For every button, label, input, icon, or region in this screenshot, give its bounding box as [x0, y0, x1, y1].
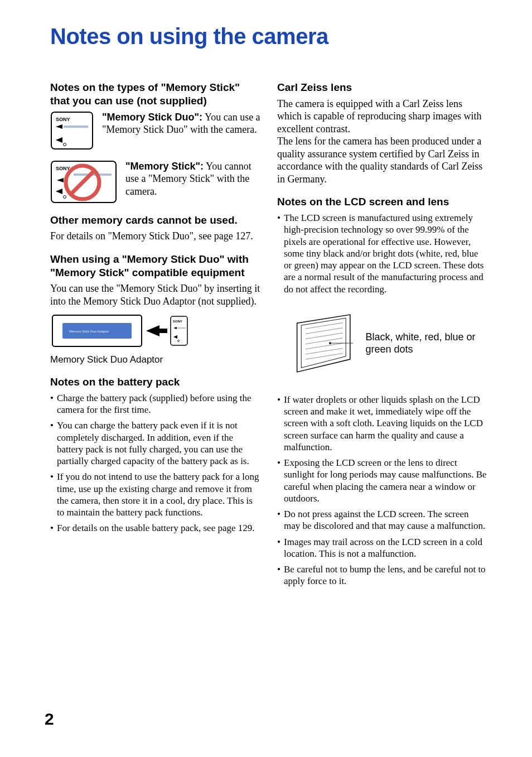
memory-stick-duo-row: SONY "Memory Stick Duo": You can use a "…	[50, 111, 260, 150]
svg-point-24	[329, 342, 331, 344]
right-column: Carl Zeiss lens The camera is equipped w…	[277, 81, 487, 591]
list-item: Images may trail across on the LCD scree…	[277, 536, 487, 560]
svg-rect-2	[64, 126, 88, 128]
list-item: Be careful not to bump the lens, and be …	[277, 563, 487, 587]
svg-rect-15	[177, 327, 186, 329]
duo-lead: "Memory Stick Duo":	[102, 112, 202, 123]
adaptor-caption: Memory Stick Duo Adaptor	[50, 354, 260, 365]
list-item: You can charge the battery pack even if …	[50, 420, 260, 467]
memory-stick-duo-icon: SONY	[50, 111, 94, 150]
other-cards-body: For details on "Memory Stick Duo", see p…	[50, 230, 260, 243]
adaptor-figure: Memory Stick Duo Adaptor SONY Memory Sti…	[50, 313, 260, 365]
battery-list: Charge the battery pack (supplied) befor…	[50, 392, 260, 534]
list-item: Charge the battery pack (supplied) befor…	[50, 392, 260, 416]
page-number: 2	[45, 708, 54, 730]
memory-stick-duo-desc: "Memory Stick Duo": You can use a "Memor…	[102, 111, 260, 136]
memory-stick-std-desc: "Memory Stick": You cannot use a "Memory…	[125, 160, 260, 198]
std-lead: "Memory Stick":	[125, 161, 204, 172]
memory-stick-std-row: SONY "Memory Stick": You cannot use a "M…	[50, 160, 260, 204]
lcd-figure: Black, white, red, blue or green dots	[293, 303, 487, 384]
carl-zeiss-body: The camera is equipped with a Carl Zeiss…	[277, 98, 487, 186]
lcd-list-2: If water droplets or other liquids splas…	[277, 394, 487, 587]
heading-other-cards: Other memory cards cannot be used.	[50, 214, 260, 227]
memory-stick-std-icon: SONY	[50, 160, 117, 204]
lcd-list-1: The LCD screen is manufactured using ext…	[277, 212, 487, 295]
page-title: Notes on using the camera	[50, 22, 487, 50]
lcd-screen-icon	[293, 303, 354, 384]
two-column-layout: Notes on the types of "Memory Stick" tha…	[50, 81, 487, 591]
list-item: For details on the usable battery pack, …	[50, 522, 260, 534]
svg-text:SONY: SONY	[173, 320, 182, 323]
list-item: If you do not intend to use the battery …	[50, 471, 260, 518]
svg-text:SONY: SONY	[56, 117, 70, 122]
heading-lcd: Notes on the LCD screen and lens	[277, 195, 487, 209]
list-item: If water droplets or other liquids splas…	[277, 394, 487, 453]
svg-text:SONY: SONY	[56, 166, 70, 171]
heading-carl-zeiss: Carl Zeiss lens	[277, 81, 487, 94]
svg-text:Memory Stick Duo Adaptor: Memory Stick Duo Adaptor	[69, 330, 109, 333]
duo-compat-body: You can use the "Memory Stick Duo" by in…	[50, 282, 260, 307]
heading-duo-compat: When using a "Memory Stick Duo" with "Me…	[50, 253, 260, 279]
heading-memory-stick-types: Notes on the types of "Memory Stick" tha…	[50, 81, 260, 108]
heading-battery: Notes on the battery pack	[50, 375, 260, 389]
list-item: Do not press against the LCD screen. The…	[277, 508, 487, 532]
left-column: Notes on the types of "Memory Stick" tha…	[50, 81, 260, 591]
list-item: Exposing the LCD screen or the lens to d…	[277, 457, 487, 504]
list-item: The LCD screen is manufactured using ext…	[277, 212, 487, 295]
lcd-fig-label: Black, white, red, blue or green dots	[365, 331, 487, 356]
